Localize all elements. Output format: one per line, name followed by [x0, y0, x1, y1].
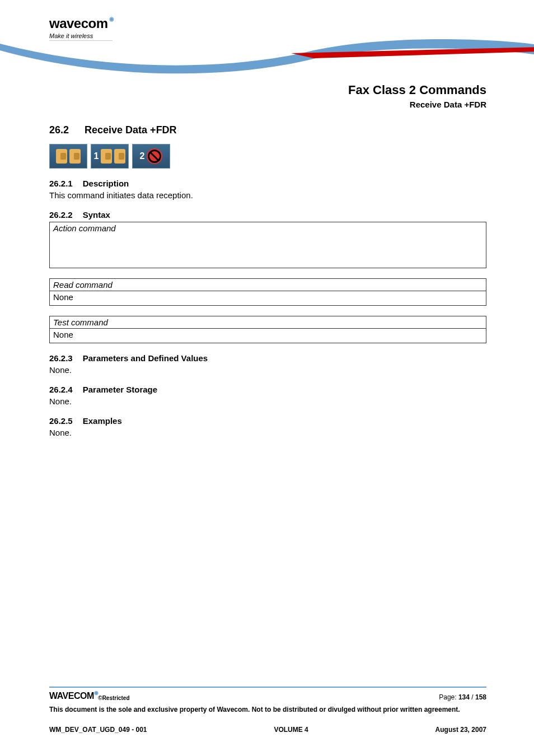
footer-disclaimer: This document is the sole and exclusive … — [49, 706, 486, 713]
section-heading: 26.2Receive Data +FDR — [49, 124, 486, 136]
brand-swirl-icon: ◉ — [94, 690, 99, 696]
box-value — [50, 234, 486, 268]
footer-restricted: ©Restricted — [98, 695, 129, 701]
footer-volume: VOLUME 4 — [274, 726, 308, 734]
subsection-parameters-heading: 26.2.3Parameters and Defined Values — [49, 353, 486, 363]
footer-line-2: WM_DEV_OAT_UGD_049 - 001 VOLUME 4 August… — [49, 726, 486, 734]
sim-icon — [101, 149, 112, 164]
badge-no-2: 2 — [132, 144, 170, 169]
section-title: Receive Data +FDR — [85, 124, 177, 136]
footer-page-number: Page: 134 / 158 — [439, 693, 486, 701]
capability-badges: 1 2 — [49, 144, 486, 169]
subsection-storage-heading: 26.2.4Parameter Storage — [49, 385, 486, 394]
subsection-number: 26.2.3 — [49, 353, 73, 363]
subsection-title: Parameters and Defined Values — [83, 353, 208, 363]
brand-logo: wavecom ◉ — [49, 16, 113, 31]
subsection-title: Examples — [83, 416, 122, 426]
action-command-box: Action command — [49, 222, 486, 268]
subsection-syntax-heading: 26.2.2Syntax — [49, 210, 486, 220]
subsection-number: 26.2.5 — [49, 416, 73, 426]
badge-sim-0 — [49, 144, 87, 169]
box-label: Read command — [50, 279, 486, 291]
test-command-box: Test command None — [49, 316, 486, 343]
subsection-title: Description — [83, 179, 129, 188]
brand-swirl-icon: ◉ — [109, 16, 114, 22]
page-current: 134 — [458, 693, 470, 701]
page-total: 158 — [475, 693, 486, 701]
footer-doc-id: WM_DEV_OAT_UGD_049 - 001 — [49, 726, 147, 734]
box-label: Test command — [50, 316, 486, 329]
page-sep: / — [470, 693, 475, 701]
chapter-title: Fax Class 2 Commands — [348, 83, 486, 97]
footer-brand-text: WAVECOM — [49, 691, 94, 701]
read-command-box: Read command None — [49, 278, 486, 306]
subsection-description-heading: 26.2.1Description — [49, 179, 486, 188]
footer-rule — [49, 687, 486, 688]
subsection-examples-heading: 26.2.5Examples — [49, 416, 486, 426]
subsection-number: 26.2.1 — [49, 179, 73, 188]
badge-sim-1: 1 — [91, 144, 129, 169]
footer-line-1: WAVECOM◉ ©Restricted Page: 134 / 158 — [49, 691, 486, 701]
storage-text: None. — [49, 396, 486, 406]
parameters-text: None. — [49, 365, 486, 375]
subsection-title: Syntax — [83, 210, 110, 220]
subsection-number: 26.2.2 — [49, 210, 73, 220]
footer-date: August 23, 2007 — [435, 726, 486, 734]
section-name: Receive Data +FDR — [348, 100, 486, 109]
sim-icon — [114, 149, 125, 164]
subsection-title: Parameter Storage — [83, 385, 157, 394]
box-value: None — [50, 291, 486, 305]
description-text: This command initiates data reception. — [49, 190, 486, 200]
sim-icon — [69, 149, 81, 164]
badge-number: 2 — [140, 151, 145, 161]
brand-text: wavecom — [49, 16, 108, 31]
logo-block: wavecom ◉ Make it wireless — [49, 16, 113, 41]
page-label: Page: — [439, 693, 458, 701]
box-label: Action command — [50, 222, 486, 234]
page-footer: WAVECOM◉ ©Restricted Page: 134 / 158 Thi… — [49, 687, 486, 734]
page-header-graphic: wavecom ◉ Make it wireless — [0, 0, 534, 78]
prohibited-icon — [147, 148, 162, 164]
badge-number: 1 — [94, 151, 99, 161]
page-running-header: Fax Class 2 Commands Receive Data +FDR — [348, 83, 486, 109]
examples-text: None. — [49, 428, 486, 437]
section-number: 26.2 — [49, 124, 69, 136]
subsection-number: 26.2.4 — [49, 385, 73, 394]
page-content: 26.2Receive Data +FDR 1 2 26.2.1Descript… — [49, 124, 486, 441]
header-swoosh-graphic — [0, 39, 534, 78]
sim-icon — [56, 149, 67, 164]
footer-brand-block: WAVECOM◉ ©Restricted — [49, 691, 130, 701]
box-value: None — [50, 329, 486, 343]
footer-brand: WAVECOM◉ — [49, 691, 98, 701]
